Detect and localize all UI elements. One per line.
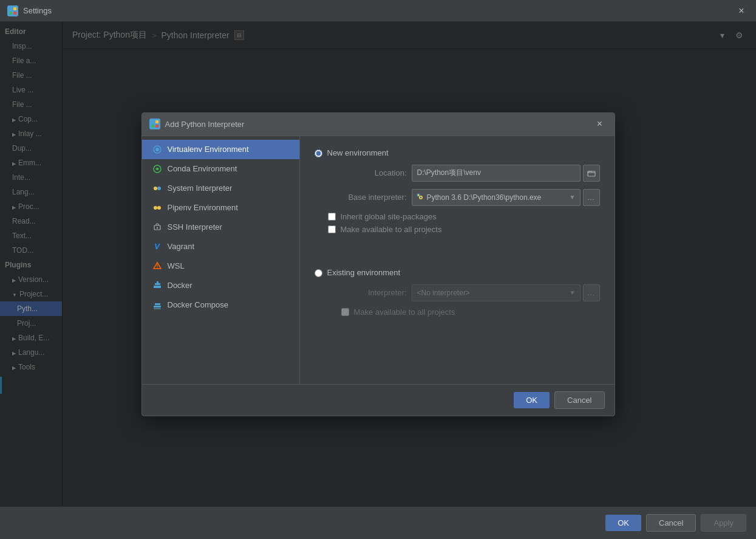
dialog-sidebar-vagrant[interactable]: V Vagrant [142,237,299,256]
svg-point-13 [154,206,157,210]
dialog-sidebar-pipenv[interactable]: Pipenv Environment [142,198,299,218]
conda-icon [152,163,163,174]
docker-icon [152,280,163,291]
make-available2-label: Make available to all projects [354,307,455,317]
dialog-sidebar-ssh[interactable]: SSH Interpreter [142,218,299,237]
svg-point-12 [157,187,161,190]
svg-point-16 [156,227,157,228]
dialog-cancel-button[interactable]: Cancel [554,391,604,409]
interpreter-wrap: <No interpreter> ▼ ... [412,284,600,301]
make-available-label: Make available to all projects [341,225,442,234]
svg-rect-25 [154,306,161,307]
bottom-bar: OK Cancel Apply [0,506,756,539]
base-interpreter-label: Base interpreter: [328,193,407,202]
settings-titlebar: Settings × [0,0,756,22]
base-interpreter-dropdown-container: Python 3.6 D:\Python36\python.exe [412,189,581,206]
dialog-sidebar-docker-compose[interactable]: Docker Compose [142,295,299,315]
app-icon [7,5,18,16]
location-input[interactable] [412,165,581,182]
add-interpreter-dialog: Add Python Interpreter × Virtualenv E [141,112,615,416]
base-interpreter-wrap: Python 3.6 D:\Python36\python.exe [412,189,600,206]
virtualenv-label: Virtualenv Environment [168,145,249,154]
svg-point-14 [157,206,161,210]
svg-rect-2 [9,12,12,15]
dialog-title-icon [149,118,160,129]
inherit-checkbox[interactable] [328,213,336,221]
make-available-checkbox[interactable] [328,225,336,233]
window-close-button[interactable]: × [734,4,749,18]
base-interpreter-row: Base interpreter: Python 3.6 D:\Python36… [328,189,600,206]
dialog-sidebar-system[interactable]: System Interpreter [142,179,299,198]
inherit-checkbox-row: Inherit global site-packages [328,212,600,221]
svg-point-9 [155,148,159,151]
interpreter-dropdown-container: <No interpreter> ▼ [412,284,581,301]
new-environment-label: New environment [327,148,389,157]
virtualenv-icon [152,144,163,155]
svg-rect-27 [155,303,157,305]
existing-environment-form: Interpreter: <No interpreter> ▼ [328,284,600,317]
settings-ok-button[interactable]: OK [605,515,641,531]
dialog-sidebar-conda[interactable]: Conda Environment [142,159,299,179]
svg-rect-6 [151,125,154,128]
settings-cancel-button[interactable]: Cancel [646,514,696,532]
new-environment-section: New environment Location: [315,148,600,234]
docker-compose-label: Docker Compose [168,300,228,309]
docker-label: Docker [168,281,192,290]
dialog-sidebar-virtualenv[interactable]: Virtualenv Environment [142,140,299,159]
new-environment-radio[interactable] [315,149,322,157]
interpreter-select[interactable]: <No interpreter> [412,284,581,301]
dialog-close-button[interactable]: × [593,117,607,131]
svg-rect-7 [155,125,158,128]
docker-compose-icon [152,300,163,311]
dialog-sidebar-wsl[interactable]: WSL [142,256,299,276]
svg-rect-24 [157,281,158,283]
new-environment-form: Location: [328,165,600,206]
make-available-checkbox-row: Make available to all projects [328,225,600,234]
svg-rect-21 [157,283,158,285]
svg-rect-0 [9,7,12,10]
svg-rect-5 [155,120,158,123]
interpreter-label: Interpreter: [328,288,407,297]
svg-point-11 [154,187,157,190]
ssh-label: SSH Interpreter [168,222,222,232]
ssh-icon [152,222,163,233]
svg-rect-23 [158,283,160,285]
dialog-panel: New environment Location: [300,136,615,384]
existing-environment-radio[interactable] [315,269,322,277]
interpreter-browse-button[interactable]: ... [583,284,600,301]
settings-apply-button[interactable]: Apply [701,514,746,532]
dialog-sidebar-docker[interactable]: Docker [142,276,299,295]
base-interpreter-select[interactable]: Python 3.6 D:\Python36\python.exe [412,189,581,206]
svg-rect-4 [151,120,154,123]
svg-rect-26 [157,303,158,305]
svg-rect-22 [155,283,157,285]
svg-rect-28 [158,303,160,305]
location-row: Location: [328,165,600,182]
svg-rect-20 [154,286,161,288]
environment-radio-group: New environment Location: [315,148,600,317]
wsl-label: WSL [168,261,185,270]
dialog-title: Add Python Interpreter [165,120,245,129]
window-title: Settings [23,6,52,15]
dialog-titlebar: Add Python Interpreter × [142,113,615,136]
vagrant-icon: V [152,241,163,252]
dialog-ok-button[interactable]: OK [514,392,550,408]
existing-environment-section: Existing environment Interpreter: <No in… [315,268,600,317]
inherit-label: Inherit global site-packages [341,212,437,221]
pipenv-label: Pipenv Environment [168,203,238,212]
system-icon [152,183,163,194]
pipenv-icon [152,202,163,213]
dialog-body: Virtualenv Environment Conda Environment [142,136,615,384]
wsl-icon [152,261,163,272]
dialog-overlay: Add Python Interpreter × Virtualenv E [0,22,756,506]
location-browse-button[interactable] [583,165,600,182]
vagrant-label: Vagrant [168,242,195,251]
settings-window: Settings × Editor Insp... File a... File… [0,0,756,539]
base-interpreter-browse-button[interactable]: ... [583,189,600,206]
location-label: Location: [328,168,407,177]
interpreter-row: Interpreter: <No interpreter> ▼ [328,284,600,301]
svg-rect-1 [13,7,16,10]
location-input-wrap [412,165,600,182]
make-available2-checkbox[interactable] [341,308,349,316]
svg-rect-3 [13,12,16,15]
